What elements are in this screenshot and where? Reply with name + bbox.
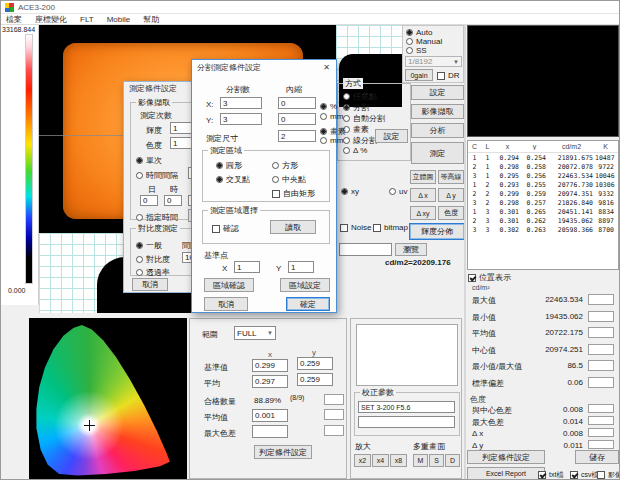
browse-button[interactable]: 瀏覽 bbox=[395, 243, 427, 256]
results-table[interactable]: C L x y cd/m2 K 1 1 0.294 0.254 21891.67… bbox=[467, 140, 619, 270]
txt-file-checkbox[interactable]: txt檔 bbox=[538, 470, 563, 480]
free-rect-checkbox[interactable]: 自由矩形 bbox=[272, 188, 315, 199]
position-display-checkbox[interactable]: 位置表示 bbox=[468, 272, 511, 283]
hour-field[interactable]: 0 bbox=[164, 195, 182, 206]
table-row[interactable]: 3 1 0.295 0.256 22463.534 10046 bbox=[468, 171, 618, 180]
close-icon[interactable]: ✕ bbox=[321, 62, 332, 73]
dialog-title-bar[interactable]: 分割測定條件設定 bbox=[192, 60, 336, 74]
method-radio-auto-split[interactable]: 自動分割 bbox=[343, 113, 385, 124]
mean-y-field[interactable]: 0.259 bbox=[297, 373, 333, 386]
method-set-button[interactable]: 設定 bbox=[375, 129, 408, 143]
normal-radio[interactable]: 一般 bbox=[136, 240, 162, 251]
csv-file-checkbox[interactable]: csv檔 bbox=[570, 470, 599, 480]
shutter-select[interactable]: 1/8192▼ bbox=[405, 56, 462, 67]
cross-point-radio[interactable]: 交叉點 bbox=[216, 174, 250, 185]
delta-xy-button[interactable]: Δ xy bbox=[410, 206, 436, 220]
menu-item[interactable]: 座標變化 bbox=[35, 14, 67, 25]
area-set-button[interactable]: 區域設定 bbox=[280, 278, 330, 292]
y-split-field[interactable]: 3 bbox=[220, 113, 262, 125]
calibration-extra-field[interactable] bbox=[358, 416, 455, 428]
y-inset-field[interactable]: 0 bbox=[278, 113, 316, 125]
save-button[interactable]: 儲存 bbox=[575, 450, 619, 464]
zoom-factor-button[interactable]: x8 bbox=[390, 454, 407, 467]
contrast-radio[interactable]: 對比度 bbox=[136, 254, 170, 265]
menu-item[interactable]: 檔案 bbox=[6, 14, 22, 25]
range-select[interactable]: FULL▼ bbox=[234, 326, 276, 340]
exposure-auto-radio[interactable]: Auto bbox=[406, 28, 432, 37]
title-bar[interactable]: ACE3-200 bbox=[1, 1, 620, 14]
single-shot-radio[interactable]: 單次 bbox=[136, 155, 162, 166]
interval-radio[interactable]: 時間間隔 bbox=[136, 170, 178, 181]
table-row[interactable]: 2 3 0.301 0.262 19435.062 8897 bbox=[468, 216, 618, 225]
message-listbox[interactable] bbox=[356, 324, 458, 386]
solid-view-button[interactable]: 立體圖 bbox=[410, 170, 436, 184]
luminance-distribution-button[interactable]: 輝度分佈 bbox=[409, 223, 465, 240]
inset-mm-radio[interactable]: mm bbox=[320, 112, 343, 121]
analyze-button[interactable]: 分析 bbox=[411, 123, 464, 138]
noise-checkbox[interactable]: Noise bbox=[340, 223, 371, 232]
colorspace-radio-uv[interactable]: uv bbox=[389, 187, 407, 196]
menu-item[interactable]: Mobile bbox=[107, 15, 131, 24]
x-split-field[interactable]: 3 bbox=[220, 97, 262, 109]
inset-percent-radio[interactable]: % bbox=[320, 102, 337, 111]
menu-item[interactable]: 幫助 bbox=[143, 14, 159, 25]
day-field[interactable]: 0 bbox=[140, 195, 158, 206]
base-x-field[interactable]: 1 bbox=[234, 261, 260, 273]
cancel-button[interactable]: 取消 bbox=[132, 278, 168, 291]
method-radio-line-split[interactable]: 線分割 bbox=[343, 135, 377, 146]
max-color-diff-field[interactable] bbox=[252, 425, 288, 438]
zoom-factor-button[interactable]: x4 bbox=[372, 454, 389, 467]
size-mm-radio[interactable]: mm bbox=[320, 136, 343, 145]
set-button[interactable]: 設定 bbox=[411, 85, 464, 100]
dr-checkbox[interactable]: DR bbox=[437, 71, 460, 80]
exposure-manual-radio[interactable]: Manual bbox=[406, 37, 442, 46]
table-row[interactable]: 2 1 0.298 0.258 20072.078 9722 bbox=[468, 162, 618, 171]
confirm-checkbox[interactable]: 確認 bbox=[212, 223, 239, 234]
chroma-button[interactable]: 色度 bbox=[438, 206, 464, 220]
excel-report-button[interactable]: Excel Report bbox=[467, 467, 545, 480]
table-row[interactable]: 3 3 0.302 0.263 20598.366 8700 bbox=[468, 225, 618, 234]
mean-x-field[interactable]: 0.297 bbox=[252, 375, 288, 388]
judge-condition-button[interactable]: 判定條件設定 bbox=[467, 450, 545, 464]
contour-button[interactable]: 等高線 bbox=[438, 170, 464, 184]
square-radio[interactable]: 方形 bbox=[272, 160, 298, 171]
reference-x-field[interactable]: 0.299 bbox=[252, 359, 288, 372]
table-row[interactable]: 1 2 0.293 0.255 20776.730 10306 bbox=[468, 180, 618, 189]
average-diff-field[interactable]: 0.001 bbox=[252, 409, 288, 422]
method-radio-delta-pct[interactable]: Δ % bbox=[343, 146, 367, 155]
multi-screen-button[interactable]: D bbox=[445, 454, 460, 467]
table-row[interactable]: 1 1 0.294 0.254 21891.675 10487 bbox=[468, 153, 618, 162]
multi-screen-button[interactable]: S bbox=[429, 454, 444, 467]
delta-x-button[interactable]: Δ x bbox=[410, 188, 436, 202]
measure-button[interactable]: 測定 bbox=[411, 142, 464, 164]
method-radio-split[interactable]: 分割 bbox=[343, 102, 369, 113]
base-y-field[interactable]: 1 bbox=[288, 261, 314, 273]
exposure-ss-radio[interactable]: SS bbox=[406, 46, 427, 55]
area-confirm-button[interactable]: 區域確認 bbox=[204, 278, 254, 292]
cancel-button[interactable]: 取消 bbox=[204, 297, 248, 311]
table-row[interactable]: 2 2 0.299 0.259 20974.351 9332 bbox=[468, 189, 618, 198]
bitmap-checkbox[interactable]: bitmap bbox=[373, 223, 408, 232]
reference-y-field[interactable]: 0.259 bbox=[297, 357, 333, 370]
load-button[interactable]: 讀取 bbox=[270, 220, 316, 234]
size-field[interactable]: 2 bbox=[278, 130, 316, 142]
method-radio-any-point[interactable]: 任意點 bbox=[343, 91, 377, 102]
delta-y-button[interactable]: Δ y bbox=[438, 188, 464, 202]
menu-item[interactable]: FLT bbox=[80, 15, 94, 24]
ok-button[interactable]: 確定 bbox=[286, 297, 330, 311]
x-inset-field[interactable]: 0 bbox=[278, 97, 316, 109]
colorspace-radio-xy[interactable]: xy bbox=[341, 187, 359, 196]
bitmap-path-field[interactable] bbox=[339, 243, 392, 256]
zoom-factor-button[interactable]: x2 bbox=[354, 454, 371, 467]
table-row[interactable]: 3 2 0.298 0.257 21026.840 9816 bbox=[468, 198, 618, 207]
multi-screen-button[interactable]: M bbox=[413, 454, 428, 467]
method-radio-pixel[interactable]: 畫素 bbox=[343, 124, 369, 135]
result-image-thumbnail[interactable] bbox=[467, 25, 619, 137]
image-file-checkbox[interactable]: 影像檔 bbox=[597, 470, 620, 480]
center-point-radio[interactable]: 中央點 bbox=[272, 174, 306, 185]
calibration-set-field[interactable]: SET 3-200 F5.6 bbox=[358, 401, 455, 413]
judge-condition-button[interactable]: 判定條件設定 bbox=[254, 445, 312, 459]
capture-button[interactable]: 影像擷取 bbox=[411, 104, 464, 119]
table-row[interactable]: 1 3 0.301 0.265 20451.141 8834 bbox=[468, 207, 618, 216]
transmittance-radio[interactable]: 透過率 bbox=[136, 267, 170, 278]
